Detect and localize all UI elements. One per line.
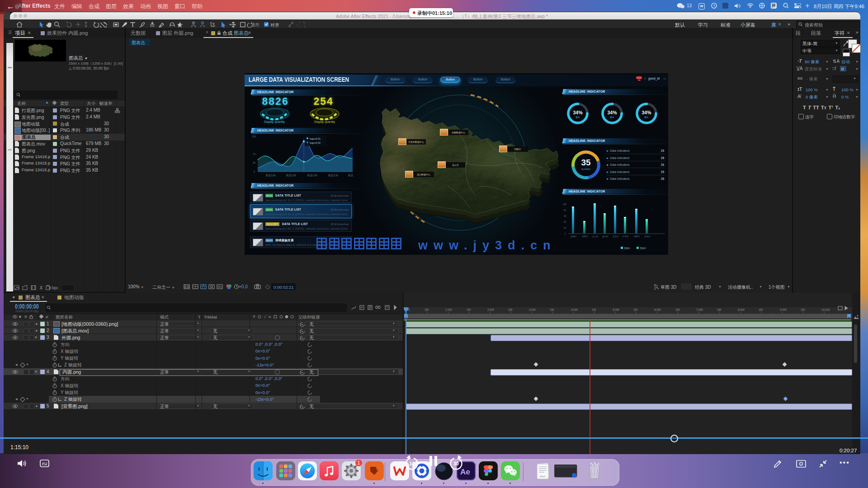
- svg-text:15f: 15f: [467, 308, 471, 311]
- svg-text:南充市: 南充市: [602, 235, 609, 238]
- svg-text:10:00f: 10:00f: [821, 308, 830, 311]
- svg-text:乐山市: 乐山市: [592, 235, 599, 238]
- svg-text:15f: 15f: [592, 308, 596, 311]
- svg-text:图例2: 图例2: [640, 247, 646, 250]
- svg-text:6:00f: 6:00f: [654, 308, 661, 311]
- svg-text:8:00f: 8:00f: [738, 308, 745, 311]
- svg-text:15f: 15f: [717, 308, 721, 311]
- svg-text:德阳市: 德阳市: [634, 235, 640, 238]
- svg-text:2:00f: 2:00f: [487, 308, 494, 311]
- svg-text:数值: 数值: [610, 116, 615, 118]
- svg-text:34%: 34%: [607, 110, 617, 115]
- svg-text:0: 0: [565, 233, 566, 235]
- svg-text:3:00f: 3:00f: [529, 308, 536, 311]
- svg-text:绵阳市: 绵阳市: [582, 235, 588, 238]
- svg-text:数值: 数值: [645, 116, 649, 118]
- svg-text:数值: 数值: [576, 116, 580, 118]
- svg-text:15f: 15f: [801, 308, 805, 311]
- svg-text:60: 60: [564, 215, 566, 217]
- svg-text:30: 30: [453, 461, 459, 466]
- svg-text:80: 80: [564, 209, 566, 211]
- svg-text:15f: 15f: [759, 308, 763, 311]
- svg-text:图例1: 图例1: [624, 247, 630, 250]
- svg-text:宜宾市: 宜宾市: [613, 235, 619, 238]
- svg-text:15f: 15f: [550, 308, 554, 311]
- svg-text:docx: docx: [540, 475, 546, 478]
- svg-text:7:00f: 7:00f: [696, 308, 703, 311]
- svg-text:1:00f: 1:00f: [445, 308, 452, 311]
- svg-text:泸州市: 泸州市: [622, 235, 629, 238]
- svg-text:15f: 15f: [508, 308, 512, 311]
- svg-text:15f: 15f: [633, 308, 637, 311]
- svg-text:达州市: 达州市: [644, 235, 651, 238]
- svg-text:20: 20: [564, 227, 566, 229]
- svg-text:15f: 15f: [675, 308, 679, 311]
- svg-text:fx: fx: [269, 315, 271, 319]
- svg-text:5:00f: 5:00f: [613, 308, 619, 311]
- svg-text:100: 100: [563, 203, 566, 206]
- svg-text:15f: 15f: [425, 308, 429, 311]
- svg-text:成都市: 成都市: [571, 235, 577, 238]
- svg-text:40: 40: [564, 221, 566, 223]
- svg-text:10: 10: [409, 461, 415, 466]
- svg-text:4:00f: 4:00f: [571, 308, 578, 311]
- svg-text:9:00f: 9:00f: [780, 308, 787, 311]
- svg-text:34%: 34%: [642, 110, 651, 115]
- svg-text:34%: 34%: [573, 110, 583, 115]
